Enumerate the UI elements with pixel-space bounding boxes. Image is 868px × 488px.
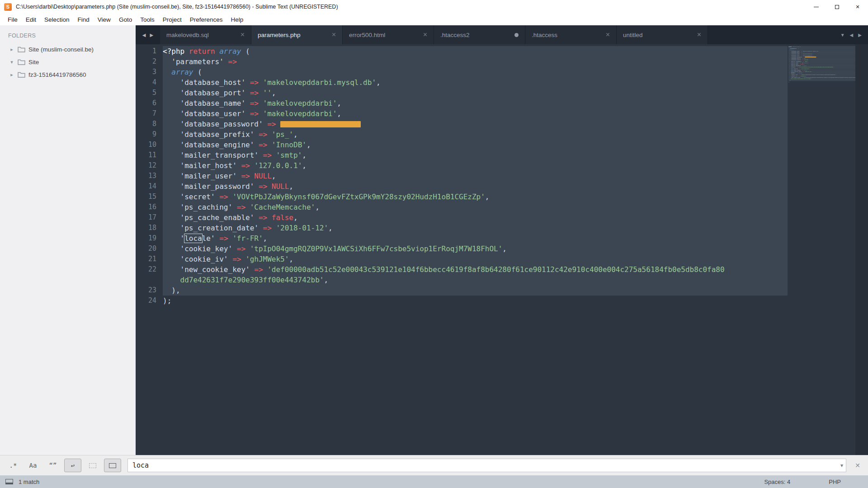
tab-untitled[interactable]: untitled× [617, 25, 708, 44]
menu-item-edit[interactable]: Edit [22, 16, 40, 23]
code-text[interactable]: 'cookie_iv' => 'ghJMWek5', [163, 254, 788, 264]
code-text[interactable]: 'mailer_host' => '127.0.0.1', [163, 160, 788, 171]
code-token: le' [202, 234, 215, 243]
line-number: 15 [136, 192, 156, 202]
case-sensitive-button[interactable]: Aa [24, 459, 42, 472]
find-input[interactable] [132, 461, 840, 469]
code-text[interactable]: 'database_password' => [163, 119, 788, 129]
tab-close-icon[interactable]: × [328, 31, 336, 39]
code-text[interactable]: 'cookie_key' => 'tpIpO04gmgRQZ0P9Vx1AWCS… [163, 244, 788, 254]
code-text[interactable]: 'database_host' => 'makelovepddarbi.mysq… [163, 77, 788, 88]
code-text[interactable]: 'ps_cache_enable' => false, [163, 212, 788, 223]
code-text[interactable]: array ( [163, 67, 788, 77]
code-line: ); [788, 81, 855, 82]
code-token: dd7e42631f7e290e393ff00e443742bb' [180, 276, 324, 284]
code-text[interactable]: dd7e42631f7e290e393ff00e443742bb', [163, 275, 788, 285]
code-text[interactable]: 'secret' => 'VOVtPbJZaWyBkynsf067dGevFZt… [163, 192, 788, 202]
line-number: 18 [136, 223, 156, 233]
minimap[interactable]: <?php return array ( 'parameters' => arr… [788, 44, 855, 455]
close-button[interactable]: ✕ [847, 0, 868, 14]
code-text[interactable]: 'database_user' => 'makelovepddarbi', [163, 108, 788, 119]
menu-item-view[interactable]: View [94, 16, 115, 23]
code-text[interactable]: 'database_name' => 'makelovepddarbi', [163, 98, 788, 108]
code-text[interactable]: ); [788, 81, 855, 82]
minimize-button[interactable] [806, 0, 826, 14]
tab-scroll-left-icon[interactable]: ◀ [142, 33, 146, 38]
code-token: ' [163, 234, 184, 243]
menu-item-find[interactable]: Find [74, 16, 94, 23]
code-text[interactable]: 'database_prefix' => 'ps_', [163, 129, 788, 140]
code-text[interactable]: 'locale' => 'fr-FR', [163, 233, 788, 244]
menu-item-tools[interactable]: Tools [136, 16, 159, 23]
tab-close-icon[interactable]: × [237, 31, 245, 39]
code-token: 'secret' [163, 192, 215, 201]
code-text[interactable]: 'database_engine' => 'InnoDB', [163, 140, 788, 150]
sidebar-folder[interactable]: ▸Site (muslim-conseil.be) [0, 43, 136, 56]
tab-parameters-php[interactable]: parameters.php× [251, 25, 343, 44]
tab-error500-html[interactable]: error500.html× [343, 25, 434, 44]
menu-item-selection[interactable]: Selection [40, 16, 74, 23]
vertical-scrollbar[interactable] [855, 44, 868, 455]
tab-close-icon[interactable]: × [602, 31, 610, 39]
sidebar-folder[interactable]: ▸fz3-15164419786560 [0, 68, 136, 81]
code-token: => [245, 89, 263, 97]
regex-button[interactable]: .* [5, 459, 22, 472]
code-token: => [254, 141, 272, 149]
code-line: dd7e42631f7e290e393ff00e443742bb', [136, 275, 788, 285]
code-text[interactable]: 'ps_creation_date' => '2018-01-12', [163, 223, 788, 233]
tab-close-icon[interactable]: × [420, 31, 427, 39]
tab-title: .htaccess2 [440, 32, 470, 38]
code-text[interactable]: ); [163, 296, 788, 306]
syntax-status[interactable]: PHP [829, 479, 841, 485]
whole-word-button[interactable]: “” [44, 459, 61, 472]
in-selection-button[interactable] [84, 459, 101, 472]
find-history-dropdown-icon[interactable]: ▾ [840, 462, 843, 469]
code-token: => [215, 234, 233, 243]
wrap-button[interactable]: ↩ [64, 459, 81, 472]
tab-overflow-icon[interactable]: ▼ [840, 33, 845, 38]
highlight-matches-button[interactable] [104, 459, 121, 472]
menu-item-goto[interactable]: Goto [115, 16, 136, 23]
menu-item-file[interactable]: File [4, 16, 22, 23]
tab-close-icon[interactable]: × [693, 31, 701, 39]
code-token: , [307, 141, 311, 149]
code-token: 'makelovepddarbi.mysql.db' [263, 78, 376, 87]
menu-item-help[interactable]: Help [227, 16, 248, 23]
maximize-button[interactable] [826, 0, 847, 14]
tab-htaccess[interactable]: .htaccess× [525, 25, 617, 44]
find-panel-close-icon[interactable]: ✕ [852, 462, 863, 469]
sublime-window: S C:\Users\darbi\Desktop\parameters.php … [0, 0, 868, 488]
code-token: => [245, 109, 263, 118]
code-text[interactable]: 'database_port' => '', [163, 88, 788, 98]
code-text[interactable]: 'new_cookie_key' => 'def00000adb51c52e00… [163, 264, 788, 275]
menu-item-project[interactable]: Project [159, 16, 186, 23]
chevron-down-icon: ▾ [9, 59, 14, 65]
code-text[interactable]: 'mailer_transport' => 'smtp', [163, 150, 788, 160]
pane-nav-left-icon[interactable]: ◀ [850, 33, 854, 38]
menu-item-preferences[interactable]: Preferences [186, 16, 227, 23]
code-text[interactable]: ), [163, 285, 788, 296]
code-text[interactable]: <?php return array ( [163, 46, 788, 56]
tab-makelovedb-sql[interactable]: makelovedb.sql× [160, 25, 251, 44]
code-text[interactable]: 'mailer_user' => NULL, [163, 171, 788, 181]
indent-status[interactable]: Spaces: 4 [764, 479, 790, 485]
code-text[interactable]: 'ps_caching' => 'CacheMemcache', [163, 202, 788, 212]
tab-title: makelovedb.sql [166, 32, 209, 38]
sublime-logo-icon: S [4, 3, 12, 11]
code-line: 6 'database_name' => 'makelovepddarbi', [136, 98, 788, 108]
folder-name: Site (muslim-conseil.be) [28, 46, 94, 53]
panel-toggle-icon[interactable] [5, 479, 13, 484]
code-token: 'parameters' [163, 57, 224, 66]
modified-dot-icon [514, 33, 519, 37]
code-text[interactable]: 'parameters' => [163, 56, 788, 67]
tab-htaccess2[interactable]: .htaccess2 [434, 25, 525, 44]
tab-scroll-right-icon[interactable]: ▶ [150, 33, 154, 38]
match-count: 1 match [19, 479, 39, 485]
pane-nav-right-icon[interactable]: ▶ [858, 33, 862, 38]
code-editor[interactable]: 1<?php return array (2 'parameters' =>3 … [136, 44, 788, 455]
folder-icon [18, 72, 25, 78]
code-text[interactable]: 'mailer_password' => NULL, [163, 181, 788, 192]
code-line: 22 'new_cookie_key' => 'def00000adb51c52… [136, 264, 788, 275]
tab-title: untitled [623, 32, 643, 38]
sidebar-folder[interactable]: ▾Site [0, 56, 136, 68]
